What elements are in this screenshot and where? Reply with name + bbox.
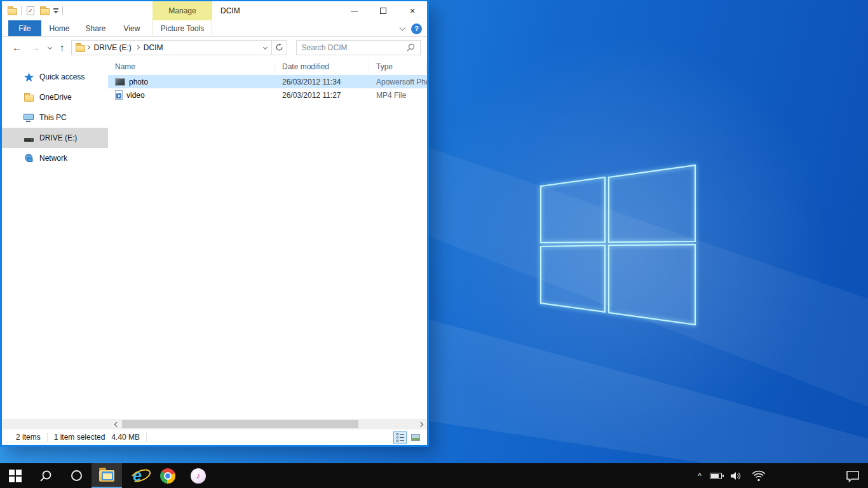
customize-qat-dropdown-icon[interactable]: [53, 8, 58, 13]
network-globe-icon: [24, 153, 34, 163]
selected-summary: 1 item selected: [54, 433, 105, 442]
thumbnails-view-button[interactable]: [409, 431, 422, 444]
forward-button[interactable]: →: [28, 43, 43, 52]
sidebar-item-quick-access[interactable]: Quick access: [2, 67, 108, 87]
refresh-button[interactable]: [272, 40, 287, 55]
address-bar: ← → ↑ DRIVE (E:) DCIM: [2, 37, 427, 58]
file-list: Name Date modified Type photo 26: [108, 58, 427, 419]
file-explorer-icon: [99, 470, 114, 482]
photo-thumbnail-icon: [115, 78, 125, 86]
breadcrumb[interactable]: DRIVE (E:) DCIM: [71, 40, 272, 55]
maximize-icon: [380, 8, 386, 14]
wifi-icon[interactable]: [751, 470, 766, 482]
details-view-button[interactable]: [393, 431, 407, 444]
new-folder-icon[interactable]: [39, 6, 50, 16]
refresh-icon: [275, 43, 283, 51]
minimize-button[interactable]: [339, 1, 369, 20]
file-row-video[interactable]: video 26/03/2012 11:27 MP4 File: [108, 88, 427, 102]
sidebar-item-onedrive[interactable]: OneDrive: [2, 87, 108, 107]
help-icon[interactable]: ?: [411, 24, 422, 34]
back-button[interactable]: ←: [10, 43, 24, 52]
mp4-file-icon: [115, 90, 123, 100]
tab-home[interactable]: Home: [41, 20, 78, 36]
recent-locations-dropdown-icon[interactable]: [48, 45, 52, 50]
details-view-icon: [397, 433, 404, 442]
explorer-window-icon: [7, 6, 17, 16]
tab-view[interactable]: View: [114, 20, 150, 36]
status-bar: 2 items 1 item selected 4.40 MB: [2, 430, 427, 445]
items-count: 2 items: [16, 433, 41, 442]
breadcrumb-item-dcim[interactable]: DCIM: [140, 43, 167, 52]
cortana-button[interactable]: [61, 463, 92, 488]
volume-icon[interactable]: [730, 471, 743, 481]
taskbar-search-button[interactable]: [31, 463, 61, 488]
hidden-icons-chevron-icon[interactable]: ^: [698, 471, 702, 480]
scrollbar-thumb[interactable]: [122, 420, 358, 428]
separator: [47, 433, 48, 442]
tab-file[interactable]: File: [8, 20, 41, 36]
sort-ascending-icon: [186, 58, 191, 60]
search-input[interactable]: [302, 43, 403, 52]
breadcrumb-item-drive[interactable]: DRIVE (E:): [90, 43, 135, 52]
ribbon-tabs: File Home Share View Picture Tools ?: [2, 20, 427, 37]
taskbar: e ♪ ^: [0, 463, 868, 488]
column-header-name[interactable]: Name: [108, 61, 275, 72]
action-center-icon: [846, 470, 860, 482]
up-button[interactable]: ↑: [57, 43, 67, 52]
properties-icon[interactable]: [25, 6, 36, 16]
separator: [21, 6, 22, 15]
sidebar-item-this-pc[interactable]: This PC: [2, 107, 108, 128]
tab-picture-tools[interactable]: Picture Tools: [153, 20, 212, 37]
scroll-left-icon[interactable]: [111, 419, 122, 430]
desktop: Manage DCIM × File Home Share View Pictu…: [0, 0, 868, 488]
sidebar-item-network[interactable]: Network: [2, 148, 108, 168]
column-header-type[interactable]: Type: [369, 61, 427, 72]
cortana-icon: [71, 470, 82, 481]
folder-icon: [76, 43, 86, 53]
action-center-button[interactable]: [837, 463, 868, 488]
search-box[interactable]: [296, 40, 421, 55]
close-button[interactable]: ×: [398, 1, 427, 20]
titlebar: Manage DCIM ×: [2, 1, 427, 20]
onedrive-folder-icon: [24, 92, 34, 102]
navigation-pane: Quick access OneDrive This PC DRIVE (E:): [2, 58, 108, 419]
start-button[interactable]: [0, 463, 31, 488]
search-icon: [39, 470, 52, 482]
contextual-tab-group-manage[interactable]: Manage: [153, 1, 212, 20]
column-header-date-modified[interactable]: Date modified: [275, 61, 369, 72]
selected-size: 4.40 MB: [111, 433, 140, 442]
main-content: Quick access OneDrive This PC DRIVE (E:): [2, 58, 427, 419]
address-dropdown-icon[interactable]: [262, 45, 267, 50]
breadcrumb-separator-icon: [85, 45, 90, 50]
window-title: DCIM: [220, 1, 240, 20]
separator: [146, 433, 147, 442]
drive-icon: [24, 133, 34, 143]
sidebar-item-drive-e[interactable]: DRIVE (E:): [2, 128, 108, 148]
scroll-right-icon[interactable]: [415, 419, 426, 430]
file-row-photo[interactable]: photo 26/03/2012 11:34 Apowersoft Pho: [108, 75, 427, 88]
quick-access-star-icon: [24, 72, 34, 82]
quick-access-toolbar: [2, 6, 63, 16]
taskbar-itunes-button[interactable]: ♪: [183, 463, 214, 488]
file-explorer-window: Manage DCIM × File Home Share View Pictu…: [0, 0, 429, 447]
battery-icon[interactable]: [710, 473, 722, 479]
taskbar-internet-explorer-button[interactable]: e: [122, 463, 153, 488]
internet-explorer-icon: e: [133, 468, 142, 484]
itunes-icon: ♪: [191, 468, 206, 484]
tab-share[interactable]: Share: [78, 20, 114, 36]
collapse-ribbon-icon[interactable]: [400, 25, 406, 31]
separator: [62, 6, 63, 15]
maximize-button[interactable]: [369, 1, 398, 20]
horizontal-scrollbar[interactable]: [2, 419, 427, 430]
minimize-icon: [351, 11, 358, 11]
system-tray: ^: [698, 463, 837, 488]
column-headers: Name Date modified Type: [108, 58, 427, 75]
windows-logo-icon: [9, 470, 22, 482]
search-icon: [407, 43, 415, 51]
close-icon: ×: [410, 6, 415, 15]
monitor-icon: [24, 112, 34, 123]
taskbar-file-explorer-button[interactable]: [92, 463, 122, 488]
taskbar-chrome-button[interactable]: [153, 463, 183, 488]
thumbnails-view-icon: [411, 434, 420, 441]
window-controls: ×: [339, 1, 427, 20]
